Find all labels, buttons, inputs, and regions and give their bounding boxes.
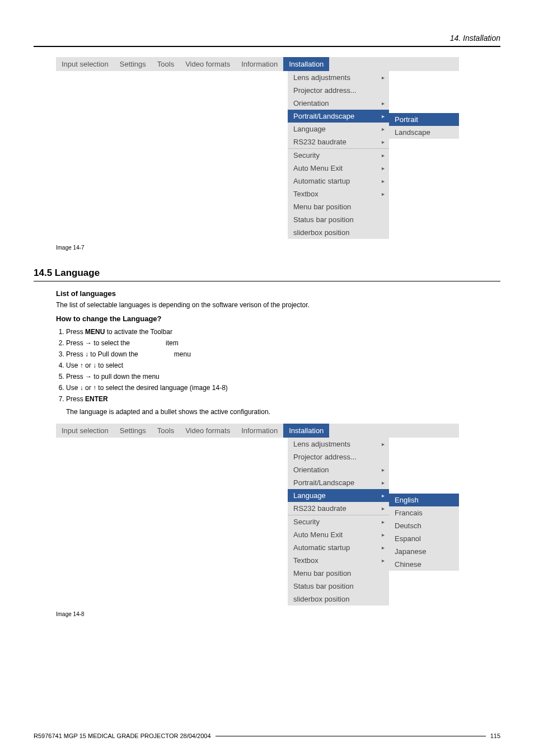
menubar-tab[interactable]: Tools — [152, 424, 180, 438]
menu-item[interactable]: Portrait/Landscape▸ — [288, 476, 389, 489]
page-footer: R5976741 MGP 15 MEDICAL GRADE PROJECTOR … — [34, 732, 500, 739]
menu-item-label: Lens adjustments — [293, 440, 350, 448]
menubar-tab[interactable]: Settings — [114, 57, 152, 71]
step-item: Use ↑ or ↓ to select Language — [66, 360, 500, 371]
menu-item[interactable]: RS232 baudrate▸ — [288, 502, 389, 515]
submenu-item[interactable]: Francais — [389, 506, 459, 519]
menu-item-label: Automatic startup — [293, 177, 350, 185]
submenu-item[interactable]: Portrait — [389, 113, 459, 126]
menubar-tab[interactable]: Video formats — [180, 424, 236, 438]
menu-item-label: Textbox — [293, 556, 318, 565]
installation-dropdown: Lens adjustments▸Projector address...Ori… — [288, 438, 389, 605]
menu-item[interactable]: Textbox▸ — [288, 554, 389, 567]
menu-item-label: Projector address... — [293, 86, 357, 95]
submenu-item[interactable]: English — [389, 494, 459, 506]
step-item: Press → to pull down the menu — [66, 371, 500, 382]
section-title: 14.5 Language — [34, 267, 500, 281]
menu-item[interactable]: Auto Menu Exit▸ — [288, 162, 389, 175]
chevron-right-icon: ▸ — [382, 100, 385, 106]
installation-dropdown: Lens adjustments▸Projector address...Ori… — [288, 71, 389, 239]
menu-item-label: RS232 baudrate — [293, 138, 346, 146]
menu-item-label: Projector address... — [293, 453, 357, 461]
menu-item[interactable]: Security▸ — [288, 148, 389, 162]
chevron-right-icon: ▸ — [382, 467, 385, 473]
menu-item-label: Security — [293, 518, 320, 526]
menu-item-label: RS232 baudrate — [293, 504, 346, 513]
menu-item[interactable]: Status bar position — [288, 213, 389, 226]
chevron-right-icon: ▸ — [382, 441, 385, 447]
menu-item[interactable]: Lens adjustments▸ — [288, 71, 389, 84]
menu-item[interactable]: Lens adjustments▸ — [288, 438, 389, 450]
menu-item-label: Menu bar position — [293, 203, 351, 211]
menubar-tab[interactable]: Video formats — [180, 57, 236, 71]
menu-item[interactable]: Automatic startup▸ — [288, 175, 389, 187]
menu-item[interactable]: Language▸ — [288, 123, 389, 135]
menu-item[interactable]: Menu bar position — [288, 567, 389, 580]
language-submenu: EnglishFrancaisDeutschEspanolJapaneseChi… — [389, 494, 459, 571]
doc-id: R5976741 MGP 15 MEDICAL GRADE PROJECTOR … — [34, 732, 216, 739]
chevron-right-icon: ▸ — [382, 519, 385, 525]
chevron-right-icon: ▸ — [382, 126, 385, 132]
menu-item[interactable]: Portrait/Landscape▸ — [288, 110, 389, 123]
step-item: Press → to select the Installation item — [66, 337, 500, 349]
menu-item[interactable]: Language▸ — [288, 489, 389, 502]
menu-item[interactable]: Automatic startup▸ — [288, 541, 389, 554]
menu-item[interactable]: RS232 baudrate▸ — [288, 135, 389, 148]
menu-item-label: sliderbox position — [293, 228, 349, 237]
step-item: Press MENU to activate the Toolbar — [66, 326, 500, 337]
menubar: Input selectionSettingsToolsVideo format… — [56, 57, 459, 71]
submenu-item[interactable]: Landscape — [389, 126, 459, 139]
menu-item-label: Status bar position — [293, 215, 354, 224]
paragraph: The list of selectable languages is depe… — [56, 301, 500, 309]
menubar-tab[interactable]: Settings — [114, 424, 152, 438]
submenu-item[interactable]: Japanese — [389, 545, 459, 558]
menu-item[interactable]: Orientation▸ — [288, 97, 389, 110]
step-item: Press ↓ to Pull down the Installation me… — [66, 349, 500, 360]
figure-14-8: Input selectionSettingsToolsVideo format… — [56, 424, 500, 605]
menu-item[interactable]: Auto Menu Exit▸ — [288, 528, 389, 541]
submenu-item[interactable]: Chinese — [389, 558, 459, 571]
result-paragraph: The language is adapted and a bullet sho… — [66, 408, 500, 416]
menu-item[interactable]: Projector address... — [288, 450, 389, 463]
menu-item[interactable]: Menu bar position — [288, 200, 389, 213]
submenu-item[interactable]: Deutsch — [389, 519, 459, 532]
page-number: 115 — [486, 732, 500, 739]
menubar-tab[interactable]: Installation — [283, 57, 329, 71]
menu-item[interactable]: Textbox▸ — [288, 187, 389, 200]
menubar-tab[interactable]: Input selection — [56, 57, 114, 71]
step-item: Use ↓ or ↑ to select the desired languag… — [66, 382, 500, 393]
chevron-right-icon: ▸ — [382, 191, 385, 197]
menubar-tab[interactable]: Installation — [283, 424, 329, 438]
chevron-right-icon: ▸ — [382, 74, 385, 81]
menubar-tab[interactable]: Information — [236, 424, 283, 438]
chevron-right-icon: ▸ — [382, 165, 385, 171]
menubar-tab[interactable]: Input selection — [56, 424, 114, 438]
menu-item-label: Language — [293, 491, 326, 500]
menu-item[interactable]: Security▸ — [288, 515, 389, 528]
chevron-right-icon: ▸ — [382, 178, 385, 184]
chevron-right-icon: ▸ — [382, 139, 385, 145]
submenu-item[interactable]: Espanol — [389, 532, 459, 545]
menu-item-label: Security — [293, 151, 320, 159]
menubar-tab[interactable]: Tools — [152, 57, 180, 71]
menu-item-label: Portrait/Landscape — [293, 112, 354, 120]
menu-item-label: Orientation — [293, 466, 329, 474]
step-item: Press ENTER — [66, 393, 500, 405]
menu-item[interactable]: Orientation▸ — [288, 463, 389, 476]
footer-rule — [216, 736, 486, 736]
chapter-header: 14. Installation — [34, 34, 500, 47]
menu-item-label: Menu bar position — [293, 569, 351, 577]
menu-item[interactable]: Status bar position — [288, 580, 389, 593]
menubar-tab[interactable]: Information — [236, 57, 283, 71]
chevron-right-icon: ▸ — [382, 492, 385, 499]
menu-item-label: Status bar position — [293, 582, 354, 590]
menu-item[interactable]: sliderbox position — [288, 593, 389, 605]
subheading-list-of-languages: List of languages — [56, 289, 500, 298]
figure-caption: Image 14-7 — [56, 245, 500, 251]
menu-item[interactable]: sliderbox position — [288, 226, 389, 239]
menubar: Input selectionSettingsToolsVideo format… — [56, 424, 459, 438]
menu-item-label: Portrait/Landscape — [293, 478, 354, 487]
steps-list: Press MENU to activate the ToolbarPress … — [66, 326, 500, 405]
menu-item[interactable]: Projector address... — [288, 84, 389, 97]
menu-item-label: Automatic startup — [293, 543, 350, 552]
